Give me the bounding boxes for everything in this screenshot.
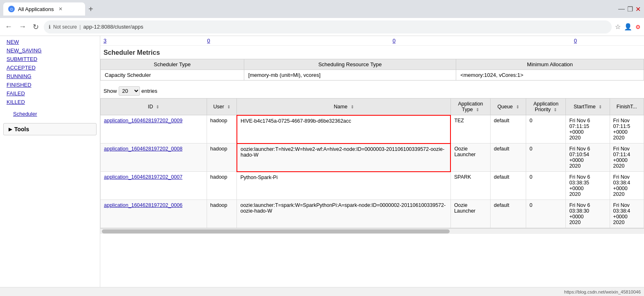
- cell-app-type: Oozie Launcher: [450, 200, 490, 228]
- show-label: Show: [104, 88, 117, 94]
- stat-col4[interactable]: 0: [574, 38, 577, 44]
- cell-start-time: Fri Nov 6 03:38:35 +0000 2020: [566, 172, 610, 200]
- security-icon: ℹ: [49, 24, 51, 30]
- cell-app-type: TEZ: [450, 115, 490, 144]
- tab-title: All Applications: [18, 6, 54, 12]
- scroll-thumb[interactable]: [102, 229, 450, 233]
- col-header-name[interactable]: Name ⇕: [237, 99, 450, 115]
- cell-start-time: Fri Nov 6 07:11:15 +0000 2020: [566, 115, 610, 144]
- show-entries-control: Show 20 10 50 100 entries: [100, 84, 644, 98]
- sidebar: NEW NEW_SAVING SUBMITTED ACCEPTED RUNNIN…: [0, 36, 100, 287]
- new-tab-button[interactable]: +: [85, 4, 97, 14]
- col-header-app-type[interactable]: ApplicationType ⇕: [450, 99, 490, 115]
- stat-col3[interactable]: 0: [392, 38, 395, 44]
- minimize-button[interactable]: —: [618, 5, 625, 13]
- sidebar-link-submitted[interactable]: SUBMITTED: [0, 55, 100, 63]
- horizontal-scrollbar[interactable]: [100, 228, 644, 234]
- col-header-priority[interactable]: ApplicationPriority ⇕: [526, 99, 566, 115]
- cell-user: hadoop: [207, 115, 237, 144]
- cell-priority: 0: [526, 115, 566, 144]
- entries-select[interactable]: 20 10 50 100: [119, 86, 140, 96]
- sidebar-link-new[interactable]: NEW: [0, 38, 100, 46]
- reload-button[interactable]: ↻: [31, 21, 41, 33]
- tools-arrow-icon: ▶: [9, 127, 12, 132]
- sidebar-link-accepted[interactable]: ACCEPTED: [0, 63, 100, 72]
- address-separator: |: [79, 24, 81, 30]
- metrics-header-min: Minimum Allocation: [456, 59, 644, 70]
- queue-sort-icon: ⇕: [516, 105, 519, 109]
- cell-user: hadoop: [207, 144, 237, 172]
- id-sort-icon: ⇕: [156, 105, 159, 109]
- start-sort-icon: ⇕: [599, 105, 602, 109]
- cell-app-type: Oozie Launcher: [450, 144, 490, 172]
- metrics-scheduler-type: Capacity Scheduler: [101, 70, 244, 81]
- cell-finish-time: Fri Nov 07:11:4 +0000 2020: [610, 144, 644, 172]
- nav-actions: ☆ 👤 ⚙: [615, 23, 641, 31]
- active-tab[interactable]: ⊙ All Applications ✕: [3, 2, 85, 16]
- sidebar-link-running[interactable]: RUNNING: [0, 72, 100, 81]
- cell-queue: default: [491, 172, 526, 200]
- cell-name: oozie:launcher:T=spark:W=SparkPythonPi:A…: [237, 200, 450, 228]
- table-row: application_1604628197202_0009hadoopHIVE…: [101, 115, 644, 144]
- cell-queue: default: [491, 144, 526, 172]
- app-id-link[interactable]: application_1604628197202_0009: [104, 118, 182, 123]
- applications-table: ID ⇕ User ⇕ Name ⇕ ApplicationType ⇕ Que…: [100, 98, 644, 228]
- title-bar: ⊙ All Applications ✕ + — ❐ ✕: [0, 0, 644, 18]
- col-header-user[interactable]: User ⇕: [207, 99, 237, 115]
- metrics-resource-type: [memory-mb (unit=Mi), vcores]: [244, 70, 456, 81]
- browser-window: ⊙ All Applications ✕ + — ❐ ✕ ← → ↻ ℹ Not…: [0, 0, 644, 296]
- cell-id: application_1604628197202_0007: [101, 172, 207, 200]
- cell-start-time: Fri Nov 6 03:38:30 +0000 2020: [566, 200, 610, 228]
- app-id-link[interactable]: application_1604628197202_0007: [104, 174, 182, 180]
- cell-name: Python-Spark-Pi: [237, 172, 450, 200]
- tab-bar: ⊙ All Applications ✕ +: [3, 2, 97, 16]
- cell-finish-time: Fri Nov 03:38:4 +0000 2020: [610, 172, 644, 200]
- cell-user: hadoop: [207, 172, 237, 200]
- status-url: https://blog.csdn.net/weixin_45810046: [564, 289, 641, 294]
- cell-id: application_1604628197202_0008: [101, 144, 207, 172]
- col-header-queue[interactable]: Queue ⇕: [491, 99, 526, 115]
- scheduler-metrics-title: Scheduler Metrics: [100, 46, 644, 59]
- tab-close-button[interactable]: ✕: [59, 6, 63, 12]
- forward-button[interactable]: →: [17, 21, 28, 33]
- sidebar-link-killed[interactable]: KILLED: [0, 98, 100, 106]
- col-header-start[interactable]: StartTime ⇕: [566, 99, 610, 115]
- status-bar: https://blog.csdn.net/weixin_45810046: [0, 287, 644, 296]
- cell-finish-time: Fri Nov 07:11:5 +0000 2020: [610, 115, 644, 144]
- window-controls: — ❐ ✕: [618, 5, 641, 13]
- scheduler-metrics-table: Scheduler Type Scheduling Resource Type …: [100, 59, 644, 81]
- bookmark-button[interactable]: ☆: [615, 23, 621, 31]
- table-row: application_1604628197202_0008hadoopoozi…: [101, 144, 644, 172]
- sidebar-link-finished[interactable]: FINISHED: [0, 81, 100, 89]
- not-secure-label: Not secure: [53, 24, 77, 30]
- metrics-header-type: Scheduler Type: [101, 59, 244, 70]
- cell-app-type: SPARK: [450, 172, 490, 200]
- cell-priority: 0: [526, 200, 566, 228]
- top-stats-row: 3 0 0 0: [100, 36, 644, 46]
- close-button[interactable]: ✕: [635, 5, 641, 13]
- cell-id: application_1604628197202_0009: [101, 115, 207, 144]
- table-row: application_1604628197202_0007hadoopPyth…: [101, 172, 644, 200]
- sidebar-link-failed[interactable]: FAILED: [0, 89, 100, 98]
- cell-priority: 0: [526, 144, 566, 172]
- col-header-finish[interactable]: FinishT...: [610, 99, 644, 115]
- sidebar-scheduler-link[interactable]: Scheduler: [7, 110, 93, 118]
- sidebar-link-new-saving[interactable]: NEW_SAVING: [0, 46, 100, 55]
- user-sort-icon: ⇕: [227, 105, 230, 109]
- profile-button[interactable]: 👤: [624, 23, 632, 31]
- extension-button[interactable]: ⚙: [635, 24, 641, 30]
- priority-sort-icon: ⇕: [554, 108, 557, 112]
- stat-col2[interactable]: 0: [207, 38, 210, 44]
- cell-user: hadoop: [207, 200, 237, 228]
- col-header-id[interactable]: ID ⇕: [101, 99, 207, 115]
- back-button[interactable]: ←: [3, 21, 14, 33]
- app-id-link[interactable]: application_1604628197202_0008: [104, 146, 182, 152]
- maximize-button[interactable]: ❐: [627, 5, 633, 13]
- address-bar[interactable]: ℹ Not secure | app-12:8088/cluster/apps: [44, 20, 612, 34]
- stat-col1[interactable]: 3: [104, 38, 106, 44]
- metrics-min-alloc: <memory:1024, vCores:1>: [456, 70, 644, 81]
- metrics-header-resource: Scheduling Resource Type: [244, 59, 456, 70]
- cell-priority: 0: [526, 172, 566, 200]
- app-id-link[interactable]: application_1604628197202_0006: [104, 202, 182, 208]
- sidebar-tools-section[interactable]: ▶ Tools: [3, 123, 97, 135]
